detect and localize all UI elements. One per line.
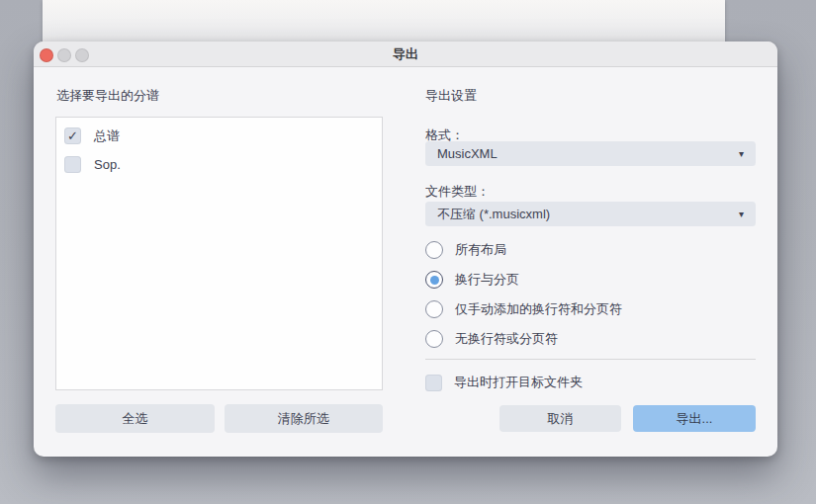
layout-option-label: 仅手动添加的换行符和分页符 <box>455 300 622 318</box>
part-label: 总谱 <box>94 127 120 145</box>
open-folder-checkbox[interactable]: ✓ <box>425 375 442 391</box>
layout-option-3[interactable]: 无换行符或分页符 <box>425 329 622 349</box>
layout-radio-0[interactable] <box>425 241 443 259</box>
parts-list[interactable]: ✓ 总谱 ✓ Sop. <box>55 117 383 390</box>
layout-option-label: 无换行符或分页符 <box>455 330 558 348</box>
select-all-button[interactable]: 全选 <box>55 404 215 433</box>
export-button[interactable]: 导出... <box>633 405 756 432</box>
open-folder-row[interactable]: ✓ 导出时打开目标文件夹 <box>425 374 583 391</box>
file-type-value: 不压缩 (*.musicxml) <box>437 206 550 223</box>
layout-option-2[interactable]: 仅手动添加的换行符和分页符 <box>425 299 622 319</box>
layout-options-group: 所有布局 换行与分页 仅手动添加的换行符和分页符 无换行符或分页符 <box>425 240 622 359</box>
layout-radio-1[interactable] <box>425 271 443 289</box>
export-dialog: 导出 选择要导出的分谱 ✓ 总谱 ✓ Sop. 全选 清除所选 导出设置 格式：… <box>34 42 777 457</box>
layout-radio-3[interactable] <box>425 330 443 348</box>
layout-option-0[interactable]: 所有布局 <box>425 240 622 260</box>
clear-selection-button[interactable]: 清除所选 <box>225 404 384 433</box>
layout-radio-2[interactable] <box>425 300 443 318</box>
radio-dot-icon <box>430 276 439 285</box>
background-window <box>43 0 725 45</box>
format-value: MusicXML <box>437 146 498 161</box>
cancel-button[interactable]: 取消 <box>499 405 621 432</box>
file-type-dropdown[interactable]: 不压缩 (*.musicxml) ▾ <box>425 202 756 226</box>
divider <box>425 359 756 360</box>
part-row-0[interactable]: ✓ 总谱 <box>56 122 382 150</box>
open-folder-label: 导出时打开目标文件夹 <box>454 374 583 391</box>
settings-title: 导出设置 <box>425 87 477 105</box>
layout-option-label: 换行与分页 <box>455 271 519 289</box>
desktop-background: { "window": { "title": "导出" }, "icons": … <box>0 0 816 504</box>
window-title: 导出 <box>34 42 777 66</box>
layout-option-1[interactable]: 换行与分页 <box>425 270 622 290</box>
titlebar[interactable]: 导出 <box>34 42 777 67</box>
chevron-down-icon: ▾ <box>739 210 744 219</box>
part-checkbox-1[interactable]: ✓ <box>64 156 81 173</box>
format-dropdown[interactable]: MusicXML ▾ <box>425 141 756 166</box>
parts-label: 选择要导出的分谱 <box>56 87 159 105</box>
part-row-1[interactable]: ✓ Sop. <box>56 150 382 179</box>
file-type-label: 文件类型： <box>425 183 490 201</box>
part-checkbox-0[interactable]: ✓ <box>64 127 81 144</box>
part-label: Sop. <box>94 157 121 172</box>
chevron-down-icon: ▾ <box>739 149 744 159</box>
layout-option-label: 所有布局 <box>455 241 506 259</box>
check-icon: ✓ <box>67 129 78 142</box>
